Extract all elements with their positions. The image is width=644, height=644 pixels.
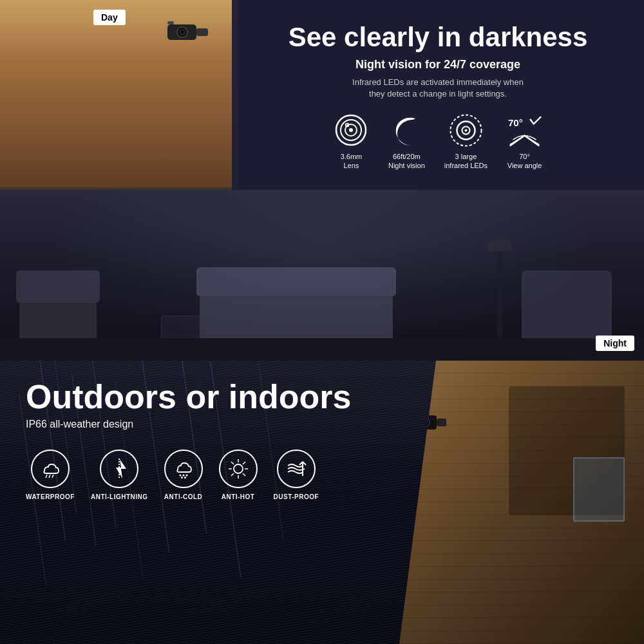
leds-label: 3 largeinfrared LEDs	[444, 152, 488, 171]
outdoors-headline: Outdoors or indoors	[26, 380, 374, 413]
anti-lightning-label: ANTI-LIGHTNING	[91, 493, 148, 500]
bottom-content: Outdoors or indoors IP66 all-weather des…	[0, 361, 399, 520]
night-room	[0, 190, 644, 361]
led-icon	[448, 113, 484, 148]
svg-point-28	[179, 475, 181, 477]
svg-point-32	[184, 477, 186, 478]
anti-cold-label: ANTI-COLD	[164, 493, 203, 500]
lens-icon	[334, 113, 369, 148]
top-section: Day See clearly in darkness Night vision…	[0, 0, 644, 361]
top-info-panel: See clearly in darkness Night vision for…	[232, 0, 644, 193]
svg-rect-1	[196, 28, 208, 36]
angle-icon: 70°	[507, 113, 542, 148]
svg-text:70°: 70°	[508, 118, 523, 129]
anti-hot-feature: ANTI-HOT	[219, 450, 258, 500]
svg-point-30	[185, 475, 187, 477]
svg-line-23	[46, 475, 47, 478]
svg-line-24	[49, 475, 50, 478]
svg-point-15	[464, 129, 467, 131]
svg-line-38	[231, 462, 234, 464]
weather-icons-row: WATERPROOF ANTI-LIGHTNING	[26, 450, 374, 500]
anti-cold-feature: ANTI-COLD	[164, 450, 203, 500]
svg-point-33	[234, 464, 243, 473]
specs-row: 3.6mmLens 66ft/20mNight vision	[334, 113, 542, 171]
svg-point-4	[181, 31, 184, 33]
building-right	[399, 361, 644, 644]
svg-line-40	[243, 462, 245, 464]
moon-icon	[389, 113, 424, 148]
anti-cold-icon	[164, 450, 203, 488]
description-text: Infrared LEDs are activated immediately …	[352, 77, 524, 100]
anti-lightning-icon	[100, 450, 138, 488]
lens-label: 3.6mmLens	[341, 152, 363, 171]
svg-point-9	[349, 128, 353, 132]
svg-point-11	[346, 124, 348, 126]
svg-marker-27	[116, 459, 126, 478]
night-badge: Night	[596, 336, 634, 351]
spec-leds: 3 largeinfrared LEDs	[444, 113, 488, 171]
spec-night-vision: 66ft/20mNight vision	[388, 113, 425, 171]
svg-line-39	[243, 473, 245, 476]
day-badge: Day	[93, 10, 126, 25]
dust-proof-feature: DUST-PROOF	[274, 450, 319, 500]
bottom-section: Outdoors or indoors IP66 all-weather des…	[0, 361, 644, 644]
night-vision-label: 66ft/20mNight vision	[388, 152, 425, 171]
dust-proof-label: DUST-PROOF	[274, 493, 319, 500]
waterproof-feature: WATERPROOF	[26, 450, 75, 500]
anti-hot-icon	[219, 450, 258, 488]
svg-rect-5	[167, 21, 174, 24]
svg-line-25	[52, 475, 53, 478]
ip66-label: IP66 all-weather design	[26, 419, 374, 430]
anti-lightning-feature: ANTI-LIGHTNING	[91, 450, 148, 500]
main-headline: See clearly in darkness	[289, 23, 588, 52]
angle-label: 70°View angle	[507, 152, 542, 171]
anti-hot-label: ANTI-HOT	[222, 493, 255, 500]
svg-line-41	[231, 473, 234, 476]
dust-proof-icon	[277, 450, 316, 488]
spec-angle: 70° 70°View angle	[507, 113, 542, 171]
waterproof-label: WATERPROOF	[26, 493, 75, 500]
camera-device	[164, 19, 209, 45]
waterproof-icon	[31, 450, 70, 488]
svg-point-29	[182, 475, 184, 477]
sub-headline: Night vision for 24/7 coverage	[355, 58, 520, 71]
svg-point-31	[181, 477, 183, 478]
svg-rect-18	[437, 419, 446, 426]
spec-lens: 3.6mmLens	[334, 113, 369, 171]
